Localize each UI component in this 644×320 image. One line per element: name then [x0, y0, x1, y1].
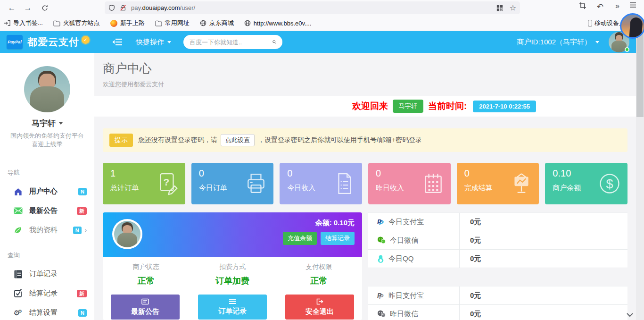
bookmark-folder-firefox-official[interactable]: 火狐官方站点	[53, 19, 100, 27]
bookmark-star-icon[interactable]: ☆	[510, 3, 516, 12]
sidebar-item-announcements[interactable]: 最新公告 新	[0, 201, 94, 220]
sidebar-section-query: 查询	[8, 251, 94, 260]
url-bar[interactable]: pay.douaipay.com/user/ ☆	[105, 1, 520, 14]
table-row: P P 今日支付宝 0元	[368, 213, 627, 231]
sidebar-item-settlement-settings[interactable]: ⚙⚙ 结算设置 N	[0, 303, 94, 320]
avatar	[114, 221, 140, 247]
insecure-lock-icon[interactable]	[120, 4, 126, 11]
status-merchant: 商户状态 正常	[103, 263, 189, 286]
check-edit-icon	[13, 289, 23, 297]
stat-card-total-orders[interactable]: 1 总计订单 ?	[103, 163, 185, 204]
alert-text-after: ，设置登录密码之后你就可以使用手机号/邮箱+密码登录	[258, 136, 422, 144]
alert-text-before: 您还没有设置登录密码，请	[138, 136, 217, 144]
mail-icon	[13, 207, 23, 214]
bookmark-import[interactable]: 导入书签...	[4, 19, 43, 27]
chevron-down-icon	[595, 41, 599, 43]
bookmark-getting-started[interactable]: 新手上路	[110, 19, 145, 27]
set-password-link[interactable]: 点此设置	[221, 134, 255, 146]
list-icon	[229, 298, 236, 304]
table-row: 今日微信 0元	[368, 231, 627, 250]
url-subdomain: pay.	[131, 4, 142, 11]
account-summary-column: 余额: 0.10元 充值余额 结算记录 商户状态 正常	[103, 212, 362, 320]
brand-title[interactable]: 都爱云支付	[27, 35, 79, 49]
welcome-greeting: 欢迎回来	[352, 100, 388, 112]
globe-icon	[200, 20, 206, 26]
forward-icon[interactable]: →	[22, 2, 34, 14]
url-text: pay.douaipay.com/user/	[131, 4, 195, 11]
search-box[interactable]	[183, 35, 282, 49]
settlement-records-button[interactable]: 结算记录	[321, 232, 355, 245]
sidebar-profile: 马宇轩 国内领先的免签约支付平台 喜迎上线季	[0, 53, 94, 149]
browser-profile-avatar[interactable]	[620, 13, 644, 39]
screenshot-icon[interactable]	[579, 2, 586, 9]
balance-card-avatar	[112, 219, 142, 249]
bookmark-mobile-devices[interactable]: 移动设备上	[588, 16, 625, 31]
menu-icon[interactable]	[629, 2, 636, 8]
yesterday-income-panel: P P 昨日支付宝 0元	[368, 286, 627, 320]
globe-icon	[244, 20, 251, 26]
chevron-down-icon	[167, 41, 171, 43]
profile-tagline: 国内领先的免签约支付平台 喜迎上线季	[0, 132, 94, 149]
n-badge: N	[73, 227, 82, 234]
page-title: 商户中心	[103, 60, 627, 77]
dollar-circle-icon: $	[597, 171, 622, 196]
table-row: P P 昨日支付宝 0元	[368, 286, 627, 305]
svg-text:P: P	[377, 292, 382, 299]
user-avatar[interactable]	[24, 66, 70, 112]
bookmark-jd[interactable]: 京东商城	[200, 19, 234, 27]
sidebar-item-user-center[interactable]: 用户中心 N	[0, 182, 94, 201]
paypal-icon: P P	[377, 218, 384, 226]
stat-card-today-orders[interactable]: 0 今日订单	[191, 163, 274, 204]
stat-card-merchant-balance[interactable]: 0.10 商户余额 $	[545, 163, 627, 204]
svg-text:?: ?	[163, 177, 169, 187]
stat-card-completed-settlement[interactable]: 0 完成结算	[457, 163, 539, 204]
qq-icon	[377, 255, 384, 263]
back-icon[interactable]: ←	[6, 2, 18, 14]
profile-name-menu[interactable]: 马宇轩	[0, 118, 94, 129]
site-topbar: PayPal 都爱云支付 ✓ 快捷操作 商户ID:1002（马宇轩）	[0, 31, 636, 53]
page-scrollbar[interactable]	[636, 31, 644, 320]
qr-code-icon[interactable]	[496, 5, 503, 11]
url-domain: douaipay.com	[142, 4, 180, 11]
current-time-label: 当前时间:	[428, 100, 467, 112]
balance-label: 余额: 0.10元	[283, 219, 355, 227]
merchant-account-menu[interactable]: 商户ID:1002（马宇轩）	[517, 31, 629, 53]
toolbar-overflow-icon[interactable]: »	[615, 2, 619, 10]
sidebar-item-settlement-records[interactable]: 结算记录 新	[0, 284, 94, 303]
chevron-down-icon	[59, 122, 63, 125]
sidebar-item-my-profile[interactable]: 我的资料 N ›	[0, 220, 94, 240]
merchant-status-card: 商户状态 正常 扣费方式 订单加费 支付权限 正常	[103, 257, 362, 320]
recharge-balance-button[interactable]: 充值余额	[283, 232, 317, 245]
welcome-bar: 欢迎回来 马宇轩 当前时间: 2021-7-10 0:22:55	[94, 96, 636, 117]
bookmark-folder-common[interactable]: 常用网址	[155, 19, 190, 27]
merchant-id-label: 商户ID:1002（马宇轩）	[517, 38, 591, 47]
quick-actions-menu[interactable]: 快捷操作	[136, 38, 171, 47]
paypal-gray-icon: P P	[377, 292, 384, 300]
shield-icon[interactable]	[108, 4, 115, 11]
gears-icon: ⚙⚙	[13, 309, 23, 316]
sidebar-toggle-icon[interactable]	[112, 38, 123, 46]
sidebar-item-order-records[interactable]: 订单记录	[0, 264, 94, 284]
journal-icon	[13, 270, 23, 278]
undo-icon[interactable]: ↶	[597, 2, 603, 12]
reload-icon[interactable]	[39, 2, 51, 14]
order-records-button[interactable]: 订单记录	[198, 295, 267, 320]
logout-button[interactable]: 安全退出	[285, 295, 354, 320]
current-time-badge: 2021-7-10 0:22:55	[473, 101, 536, 112]
paypal-logo[interactable]: PayPal	[7, 35, 23, 49]
stat-card-today-income[interactable]: 0 今日收入	[280, 163, 362, 204]
alert-badge: 提示	[109, 134, 133, 147]
page-head: 商户中心 欢迎您使用都爱云支付	[94, 53, 636, 96]
status-fee-mode: 扣费方式 订单加费	[189, 263, 275, 286]
search-input[interactable]	[190, 39, 272, 46]
sidebar: 马宇轩 国内领先的免签约支付平台 喜迎上线季 导航 用户中心 N 最新公告 新	[0, 53, 94, 320]
search-icon[interactable]	[272, 39, 276, 45]
announcements-button[interactable]: 最新公告	[111, 295, 180, 320]
n-badge: N	[78, 309, 87, 317]
scroll-down-indicator[interactable]	[626, 312, 634, 317]
stat-card-yesterday-income[interactable]: 0 昨日收入	[368, 163, 451, 204]
scrollbar-thumb[interactable]	[636, 31, 644, 117]
bookmark-bbs[interactable]: http://www.bbs.e0v....	[244, 20, 312, 27]
sidebar-section-nav: 导航	[8, 168, 94, 177]
table-row: 今日QQ 0元	[368, 250, 627, 268]
